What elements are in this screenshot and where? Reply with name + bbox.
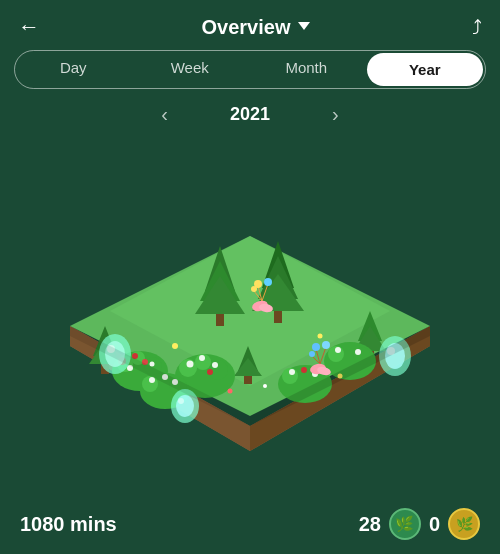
svg-point-83 [228, 389, 233, 394]
footer-stats: 1080 mins 28 🌿 0 🌿 [0, 494, 500, 554]
svg-point-81 [172, 343, 178, 349]
app-header: ← Overview ⤴ [0, 0, 500, 50]
prev-year-button[interactable]: ‹ [149, 99, 180, 130]
svg-point-69 [264, 278, 272, 286]
tab-year[interactable]: Year [367, 53, 484, 86]
svg-rect-21 [244, 376, 252, 384]
svg-point-53 [289, 369, 295, 375]
leaf-count: 28 [359, 513, 381, 536]
svg-point-36 [212, 362, 218, 368]
svg-point-77 [322, 341, 330, 349]
garden-scene [0, 136, 500, 476]
svg-point-55 [301, 367, 307, 373]
current-year: 2021 [210, 104, 290, 125]
minutes-label: 1080 mins [20, 513, 117, 536]
coin-icon: 🌿 [448, 508, 480, 540]
svg-rect-8 [216, 314, 224, 326]
svg-point-76 [312, 343, 320, 351]
svg-point-37 [199, 355, 205, 361]
tab-month[interactable]: Month [248, 51, 365, 88]
svg-point-35 [187, 361, 194, 368]
svg-point-70 [251, 286, 257, 292]
svg-point-42 [335, 347, 341, 353]
year-navigator: ‹ 2021 › [0, 89, 500, 136]
svg-point-82 [318, 334, 323, 339]
garden-illustration [10, 136, 490, 476]
leaf-icon: 🌿 [389, 508, 421, 540]
back-button[interactable]: ← [18, 14, 40, 40]
coin-count: 0 [429, 513, 440, 536]
tab-day[interactable]: Day [15, 51, 132, 88]
share-button[interactable]: ⤴ [472, 16, 482, 39]
header-title-area[interactable]: Overview [202, 16, 311, 39]
svg-point-78 [309, 351, 315, 357]
tab-week[interactable]: Week [132, 51, 249, 88]
next-year-button[interactable]: › [320, 99, 351, 130]
svg-rect-12 [274, 311, 282, 323]
chevron-down-icon [298, 22, 310, 30]
svg-point-61 [178, 398, 184, 404]
right-stats-area: 28 🌿 0 🌿 [359, 508, 480, 540]
svg-point-60 [176, 395, 194, 417]
svg-point-30 [150, 362, 155, 367]
svg-point-38 [207, 369, 213, 375]
svg-point-43 [355, 349, 361, 355]
time-period-tabs: Day Week Month Year [14, 50, 486, 89]
svg-point-84 [263, 384, 267, 388]
overview-title: Overview [202, 16, 291, 39]
